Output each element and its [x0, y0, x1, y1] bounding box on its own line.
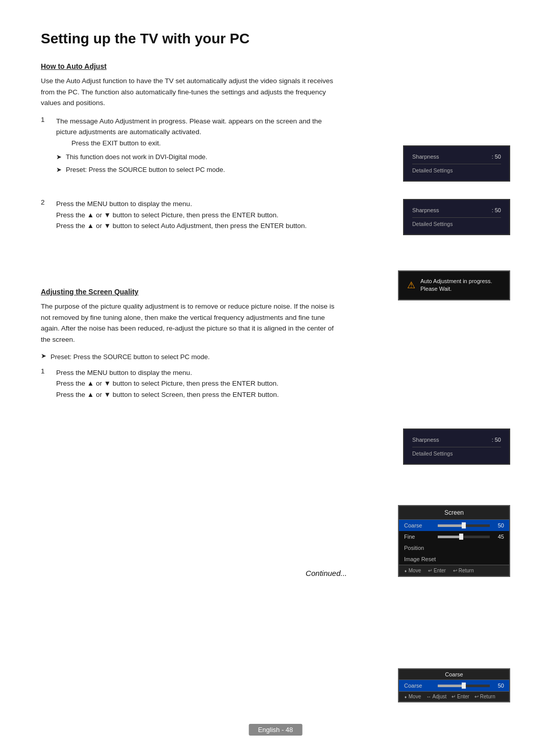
- coarse-footer-adjust: ↔ Adjust: [426, 694, 446, 699]
- screen-step-1-line1: Press the MENU button to display the men…: [56, 367, 279, 379]
- tv-screenshot-1: Sharpness : 50 Detailed Settings: [403, 145, 510, 182]
- tv-screenshot-3: Sharpness : 50 Detailed Settings: [403, 429, 510, 465]
- screen-menu-popup: Screen Coarse 50 Fine 45 Position Image …: [398, 505, 510, 577]
- footer-enter: ↵ Enter: [428, 568, 446, 573]
- section-screen-quality: Adjusting the Screen Quality The purpose…: [41, 288, 510, 400]
- screen-popup-coarse-val: 50: [493, 522, 504, 528]
- coarse-popup-val: 50: [493, 683, 504, 689]
- screen-step-1-line2: Press the ▲ or ▼ button to select Pictur…: [56, 378, 279, 389]
- intro-text: Use the Auto Adjust function to have the…: [41, 75, 342, 109]
- coarse-popup-footer: ⬧ Move ↔ Adjust ↵ Enter ↩ Return: [399, 691, 509, 701]
- screen-arrow-text-1: Preset: Press the SOURCE button to selec…: [51, 352, 210, 362]
- coarse-popup-label: Coarse: [404, 683, 435, 689]
- auto-adj-message: Auto Adjustment in progress. Please Wait…: [420, 278, 501, 293]
- arrow-item-2: ➤ Preset: Press the SOURCE button to sel…: [56, 165, 342, 175]
- tv3-sharpness-val: : 50: [492, 437, 501, 443]
- coarse-footer-enter: ↵ Enter: [452, 694, 469, 699]
- auto-adjustment-popup: ⚠ Auto Adjustment in progress. Please Wa…: [398, 270, 510, 300]
- footer-move: ⬧ Move: [404, 568, 421, 573]
- tv1-detail: Detailed Settings: [412, 167, 501, 173]
- tv2-sharpness-label: Sharpness: [412, 207, 439, 213]
- footer-return: ↩ Return: [453, 568, 474, 573]
- screen-popup-position-row: Position: [399, 542, 509, 553]
- arrow-icon-1: ➤: [56, 152, 62, 163]
- tv-screenshot-2: Sharpness : 50 Detailed Settings: [403, 199, 510, 235]
- screen-step-1-line3: Press the ▲ or ▼ button to select Screen…: [56, 389, 279, 400]
- step-2-line1: Press the MENU button to display the men…: [56, 198, 307, 210]
- coarse-popup-row: Coarse 50: [399, 680, 509, 691]
- section-heading-auto-adjust: How to Auto Adjust: [41, 62, 510, 70]
- tv1-sharpness-val: : 50: [492, 154, 501, 160]
- arrow-item-1: ➤ This function does not work in DVI-Dig…: [56, 152, 342, 163]
- coarse-popup-bar: [438, 685, 490, 687]
- step-2-num: 2: [41, 198, 56, 232]
- continued-label: Continued...: [41, 569, 347, 577]
- arrow-icon-2: ➤: [56, 165, 62, 175]
- screen-popup-fine-row: Fine 45: [399, 531, 509, 542]
- tv3-sharpness-label: Sharpness: [412, 437, 439, 443]
- screen-popup-coarse-row: Coarse 50: [399, 520, 509, 531]
- coarse-footer-return: ↩ Return: [474, 694, 495, 699]
- screen-popup-title: Screen: [399, 506, 509, 520]
- screen-arrow-icon-1: ➤: [41, 352, 46, 360]
- tv2-detail: Detailed Settings: [412, 221, 501, 227]
- warning-icon: ⚠: [407, 280, 415, 291]
- screen-popup-fine-val: 45: [493, 534, 504, 540]
- coarse-popup: Coarse Coarse 50 ⬧ Move ↔ Adjust ↵ Enter…: [398, 668, 510, 702]
- step-1-text: The message Auto Adjustment in progress.…: [56, 117, 322, 136]
- screen-arrow-1: ➤ Preset: Press the SOURCE button to sel…: [41, 352, 510, 362]
- page-title: Setting up the TV with your PC: [41, 31, 510, 47]
- screen-popup-fine-bar: [438, 536, 490, 538]
- tv2-sharpness-val: : 50: [492, 207, 501, 213]
- screen-step-1: 1 Press the MENU button to display the m…: [41, 367, 510, 400]
- screen-popup-coarse-bar: [438, 524, 490, 527]
- step-2-line2: Press the ▲ or ▼ button to select Pictur…: [56, 210, 307, 221]
- screen-popup-footer: ⬧ Move ↵ Enter ↩ Return: [399, 565, 509, 576]
- press-exit-text: Press the EXIT button to exit.: [71, 139, 161, 147]
- coarse-footer-move: ⬧ Move: [404, 694, 421, 699]
- screen-intro-text: The purpose of the picture quality adjus…: [41, 301, 342, 345]
- arrow-text-1: This function does not work in DVI-Digit…: [66, 152, 207, 162]
- step-1-num: 1: [41, 116, 56, 178]
- screen-popup-fine-label: Fine: [404, 534, 435, 540]
- tv1-sharpness-row: Sharpness : 50: [412, 154, 501, 160]
- step-2-line3: Press the ▲ or ▼ button to select Auto A…: [56, 220, 307, 232]
- page-footer: English - 48: [249, 724, 303, 736]
- tv2-sharpness-row: Sharpness : 50: [412, 207, 501, 213]
- tv3-detail: Detailed Settings: [412, 450, 501, 457]
- coarse-popup-title: Coarse: [399, 669, 509, 680]
- arrow-text-2: Preset: Press the SOURCE button to selec…: [66, 165, 225, 175]
- screen-popup-image-reset-row: Image Reset: [399, 553, 509, 565]
- tv1-sharpness-label: Sharpness: [412, 154, 439, 160]
- tv3-sharpness-row: Sharpness : 50: [412, 437, 501, 443]
- screen-popup-coarse-label: Coarse: [404, 522, 435, 528]
- screen-step-1-num: 1: [41, 367, 56, 400]
